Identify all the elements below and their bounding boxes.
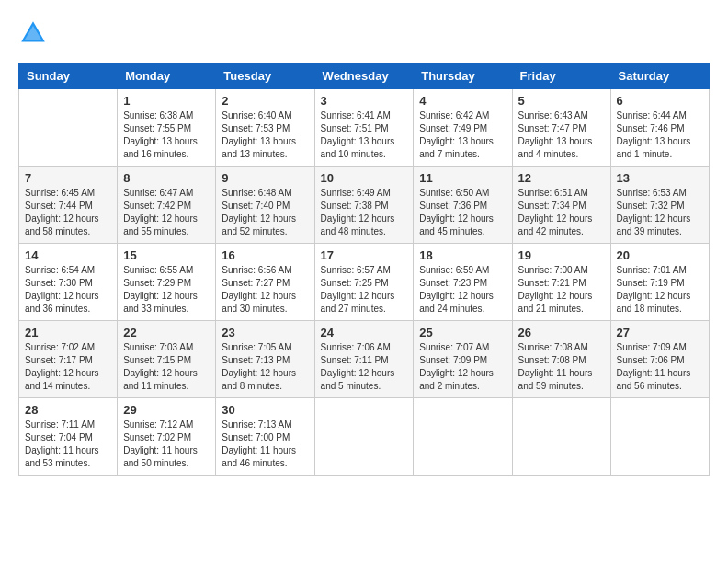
calendar-cell: 9Sunrise: 6:48 AM Sunset: 7:40 PM Daylig… bbox=[216, 167, 314, 244]
calendar-cell: 7Sunrise: 6:45 AM Sunset: 7:44 PM Daylig… bbox=[19, 167, 118, 244]
day-number: 17 bbox=[321, 248, 408, 262]
calendar-cell: 29Sunrise: 7:12 AM Sunset: 7:02 PM Dayli… bbox=[118, 398, 216, 476]
day-info: Sunrise: 7:09 AM Sunset: 7:06 PM Dayligh… bbox=[617, 341, 703, 393]
day-number: 13 bbox=[617, 171, 703, 185]
day-info: Sunrise: 7:11 AM Sunset: 7:04 PM Dayligh… bbox=[25, 419, 111, 470]
day-info: Sunrise: 7:03 AM Sunset: 7:15 PM Dayligh… bbox=[123, 341, 210, 393]
calendar-cell: 27Sunrise: 7:09 AM Sunset: 7:06 PM Dayli… bbox=[610, 321, 709, 398]
calendar-cell: 16Sunrise: 6:56 AM Sunset: 7:27 PM Dayli… bbox=[216, 244, 314, 321]
day-info: Sunrise: 7:05 AM Sunset: 7:13 PM Dayligh… bbox=[222, 341, 308, 393]
day-number: 8 bbox=[123, 171, 210, 185]
day-info: Sunrise: 6:53 AM Sunset: 7:32 PM Dayligh… bbox=[617, 187, 703, 238]
calendar-cell: 28Sunrise: 7:11 AM Sunset: 7:04 PM Dayli… bbox=[19, 398, 118, 476]
day-number: 10 bbox=[321, 171, 408, 185]
week-row-4: 21Sunrise: 7:02 AM Sunset: 7:17 PM Dayli… bbox=[19, 321, 710, 398]
column-header-saturday: Saturday bbox=[610, 63, 709, 89]
calendar-cell: 25Sunrise: 7:07 AM Sunset: 7:09 PM Dayli… bbox=[414, 321, 512, 398]
week-row-5: 28Sunrise: 7:11 AM Sunset: 7:04 PM Dayli… bbox=[19, 398, 710, 476]
day-info: Sunrise: 6:47 AM Sunset: 7:42 PM Dayligh… bbox=[123, 187, 210, 238]
calendar-cell: 19Sunrise: 7:00 AM Sunset: 7:21 PM Dayli… bbox=[512, 244, 610, 321]
day-info: Sunrise: 6:57 AM Sunset: 7:25 PM Dayligh… bbox=[321, 264, 408, 316]
day-info: Sunrise: 6:49 AM Sunset: 7:38 PM Dayligh… bbox=[321, 187, 408, 238]
calendar-cell: 18Sunrise: 6:59 AM Sunset: 7:23 PM Dayli… bbox=[414, 244, 512, 321]
day-number: 9 bbox=[222, 171, 308, 185]
calendar-cell: 11Sunrise: 6:50 AM Sunset: 7:36 PM Dayli… bbox=[414, 167, 512, 244]
day-number: 22 bbox=[123, 326, 210, 339]
day-info: Sunrise: 6:51 AM Sunset: 7:34 PM Dayligh… bbox=[518, 187, 605, 238]
day-info: Sunrise: 6:42 AM Sunset: 7:49 PM Dayligh… bbox=[419, 109, 506, 161]
day-info: Sunrise: 6:41 AM Sunset: 7:51 PM Dayligh… bbox=[321, 109, 408, 161]
calendar-cell: 1Sunrise: 6:38 AM Sunset: 7:55 PM Daylig… bbox=[118, 89, 216, 167]
day-info: Sunrise: 6:45 AM Sunset: 7:44 PM Dayligh… bbox=[25, 187, 111, 238]
calendar-cell bbox=[610, 398, 709, 476]
day-number: 1 bbox=[123, 94, 210, 108]
day-info: Sunrise: 7:12 AM Sunset: 7:02 PM Dayligh… bbox=[123, 419, 210, 470]
logo-icon bbox=[18, 18, 48, 48]
page-header bbox=[18, 18, 710, 48]
day-info: Sunrise: 6:44 AM Sunset: 7:46 PM Dayligh… bbox=[617, 109, 703, 161]
day-info: Sunrise: 6:50 AM Sunset: 7:36 PM Dayligh… bbox=[419, 187, 506, 238]
day-info: Sunrise: 7:06 AM Sunset: 7:11 PM Dayligh… bbox=[321, 341, 408, 393]
day-number: 23 bbox=[222, 326, 308, 339]
day-info: Sunrise: 7:08 AM Sunset: 7:08 PM Dayligh… bbox=[518, 341, 605, 393]
calendar-table: SundayMondayTuesdayWednesdayThursdayFrid… bbox=[18, 63, 710, 476]
calendar-cell: 3Sunrise: 6:41 AM Sunset: 7:51 PM Daylig… bbox=[314, 89, 414, 167]
column-header-sunday: Sunday bbox=[19, 63, 118, 89]
day-info: Sunrise: 6:55 AM Sunset: 7:29 PM Dayligh… bbox=[123, 264, 210, 316]
day-number: 14 bbox=[25, 248, 111, 262]
calendar-cell: 12Sunrise: 6:51 AM Sunset: 7:34 PM Dayli… bbox=[512, 167, 610, 244]
calendar-cell: 21Sunrise: 7:02 AM Sunset: 7:17 PM Dayli… bbox=[19, 321, 118, 398]
calendar-cell: 6Sunrise: 6:44 AM Sunset: 7:46 PM Daylig… bbox=[610, 89, 709, 167]
logo bbox=[18, 18, 51, 48]
day-info: Sunrise: 6:38 AM Sunset: 7:55 PM Dayligh… bbox=[123, 109, 210, 161]
day-info: Sunrise: 6:43 AM Sunset: 7:47 PM Dayligh… bbox=[518, 109, 605, 161]
day-info: Sunrise: 6:48 AM Sunset: 7:40 PM Dayligh… bbox=[222, 187, 308, 238]
day-info: Sunrise: 7:02 AM Sunset: 7:17 PM Dayligh… bbox=[25, 341, 111, 393]
column-header-monday: Monday bbox=[118, 63, 216, 89]
week-row-1: 1Sunrise: 6:38 AM Sunset: 7:55 PM Daylig… bbox=[19, 89, 710, 167]
day-number: 6 bbox=[617, 94, 703, 108]
day-number: 7 bbox=[25, 171, 111, 185]
day-number: 20 bbox=[617, 248, 703, 262]
calendar-header-row: SundayMondayTuesdayWednesdayThursdayFrid… bbox=[19, 63, 710, 89]
day-number: 2 bbox=[222, 94, 308, 108]
calendar-cell: 4Sunrise: 6:42 AM Sunset: 7:49 PM Daylig… bbox=[414, 89, 512, 167]
week-row-2: 7Sunrise: 6:45 AM Sunset: 7:44 PM Daylig… bbox=[19, 167, 710, 244]
calendar-cell: 10Sunrise: 6:49 AM Sunset: 7:38 PM Dayli… bbox=[314, 167, 414, 244]
day-number: 12 bbox=[518, 171, 605, 185]
calendar-cell bbox=[414, 398, 512, 476]
column-header-wednesday: Wednesday bbox=[314, 63, 414, 89]
calendar-cell: 26Sunrise: 7:08 AM Sunset: 7:08 PM Dayli… bbox=[512, 321, 610, 398]
day-number: 30 bbox=[222, 403, 308, 417]
calendar-cell: 22Sunrise: 7:03 AM Sunset: 7:15 PM Dayli… bbox=[118, 321, 216, 398]
day-number: 27 bbox=[617, 326, 703, 339]
calendar-cell bbox=[314, 398, 414, 476]
day-number: 21 bbox=[25, 326, 111, 339]
calendar-cell: 15Sunrise: 6:55 AM Sunset: 7:29 PM Dayli… bbox=[118, 244, 216, 321]
calendar-cell: 30Sunrise: 7:13 AM Sunset: 7:00 PM Dayli… bbox=[216, 398, 314, 476]
calendar-cell: 24Sunrise: 7:06 AM Sunset: 7:11 PM Dayli… bbox=[314, 321, 414, 398]
day-info: Sunrise: 7:00 AM Sunset: 7:21 PM Dayligh… bbox=[518, 264, 605, 316]
day-number: 26 bbox=[518, 326, 605, 339]
day-number: 18 bbox=[419, 248, 506, 262]
day-info: Sunrise: 6:56 AM Sunset: 7:27 PM Dayligh… bbox=[222, 264, 308, 316]
column-header-friday: Friday bbox=[512, 63, 610, 89]
calendar-cell: 2Sunrise: 6:40 AM Sunset: 7:53 PM Daylig… bbox=[216, 89, 314, 167]
day-info: Sunrise: 6:40 AM Sunset: 7:53 PM Dayligh… bbox=[222, 109, 308, 161]
day-number: 28 bbox=[25, 403, 111, 417]
day-info: Sunrise: 7:01 AM Sunset: 7:19 PM Dayligh… bbox=[617, 264, 703, 316]
day-number: 3 bbox=[321, 94, 408, 108]
day-info: Sunrise: 6:59 AM Sunset: 7:23 PM Dayligh… bbox=[419, 264, 506, 316]
day-info: Sunrise: 7:07 AM Sunset: 7:09 PM Dayligh… bbox=[419, 341, 506, 393]
calendar-cell: 23Sunrise: 7:05 AM Sunset: 7:13 PM Dayli… bbox=[216, 321, 314, 398]
day-number: 11 bbox=[419, 171, 506, 185]
day-number: 4 bbox=[419, 94, 506, 108]
day-number: 25 bbox=[419, 326, 506, 339]
column-header-thursday: Thursday bbox=[414, 63, 512, 89]
day-info: Sunrise: 7:13 AM Sunset: 7:00 PM Dayligh… bbox=[222, 419, 308, 470]
day-number: 16 bbox=[222, 248, 308, 262]
column-header-tuesday: Tuesday bbox=[216, 63, 314, 89]
calendar-cell bbox=[19, 89, 118, 167]
calendar-cell: 8Sunrise: 6:47 AM Sunset: 7:42 PM Daylig… bbox=[118, 167, 216, 244]
calendar-cell: 5Sunrise: 6:43 AM Sunset: 7:47 PM Daylig… bbox=[512, 89, 610, 167]
